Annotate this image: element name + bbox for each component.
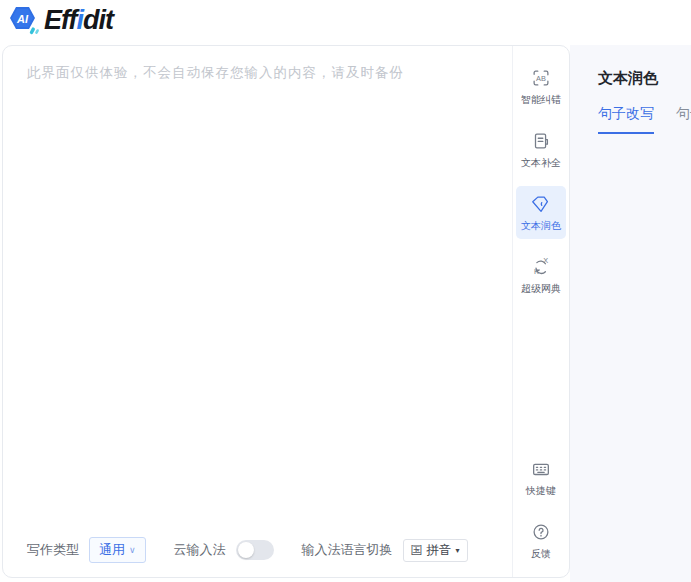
rail-item-label: 快捷键 bbox=[526, 484, 556, 498]
rail-item-shortcuts[interactable]: 快捷键 bbox=[516, 451, 566, 504]
ime-lang-value: 拼音 bbox=[427, 542, 452, 559]
logo-wordmark: Effidit bbox=[44, 5, 113, 35]
rail-item-text-completion[interactable]: 文本补全 bbox=[516, 123, 566, 176]
writing-type-label: 写作类型 bbox=[27, 541, 79, 559]
logo-part1: Eff bbox=[44, 5, 77, 35]
document-icon bbox=[530, 130, 552, 152]
rail-item-label: 文本补全 bbox=[521, 156, 561, 170]
polish-panel: 文本润色 句子改写 句子 bbox=[570, 45, 691, 582]
tab-sentence-second[interactable]: 句子 bbox=[676, 105, 691, 134]
rail-item-super-dictionary[interactable]: X K 超级网典 bbox=[516, 249, 566, 302]
keyboard-icon bbox=[530, 458, 552, 480]
app-header: AI Effidit bbox=[0, 0, 691, 45]
diamond-icon bbox=[530, 193, 552, 215]
ai-hexagon-icon: AI bbox=[8, 5, 38, 33]
svg-text:K: K bbox=[534, 267, 539, 276]
toggle-knob bbox=[238, 542, 254, 558]
panel-tabs: 句子改写 句子 bbox=[598, 105, 691, 134]
rail-item-text-polish[interactable]: 文本润色 bbox=[516, 186, 566, 239]
writing-type-dropdown[interactable]: 通用 ∨ bbox=[89, 537, 146, 563]
caret-down-icon: ▾ bbox=[456, 546, 460, 555]
ime-switch-label: 输入法语言切换 bbox=[302, 541, 393, 559]
editor-toolbar: 写作类型 通用 ∨ 云输入法 输入法语言切换 国 拼音 ▾ bbox=[27, 537, 468, 563]
rail-item-label: 超级网典 bbox=[521, 282, 561, 296]
question-icon bbox=[530, 521, 552, 543]
writing-type-value: 通用 bbox=[99, 541, 125, 559]
svg-text:X: X bbox=[543, 256, 548, 265]
tool-rail: AB 智能纠错 文本补全 文本润色 bbox=[512, 46, 569, 577]
tab-sentence-rewrite[interactable]: 句子改写 bbox=[598, 105, 654, 134]
svg-text:AB: AB bbox=[536, 74, 546, 83]
cloud-ime-label: 云输入法 bbox=[174, 541, 226, 559]
rail-item-label: 反馈 bbox=[531, 547, 551, 561]
ime-language-button[interactable]: 国 拼音 ▾ bbox=[403, 539, 468, 562]
rail-item-feedback[interactable]: 反馈 bbox=[516, 514, 566, 567]
effidit-logo: AI Effidit bbox=[8, 5, 113, 35]
chinese-lang-icon: 国 bbox=[411, 542, 423, 559]
editor-area: 写作类型 通用 ∨ 云输入法 输入法语言切换 国 拼音 ▾ bbox=[3, 46, 512, 577]
logo-part3: dit bbox=[83, 5, 113, 35]
rail-item-label: 文本润色 bbox=[521, 219, 561, 233]
panel-title: 文本润色 bbox=[598, 69, 691, 88]
translate-refresh-icon: X K bbox=[530, 256, 552, 278]
svg-text:AI: AI bbox=[16, 13, 29, 25]
editor-card: 写作类型 通用 ∨ 云输入法 输入法语言切换 国 拼音 ▾ bbox=[2, 45, 570, 578]
cloud-ime-toggle[interactable] bbox=[236, 540, 274, 560]
rail-item-smart-correction[interactable]: AB 智能纠错 bbox=[516, 60, 566, 113]
rail-item-label: 智能纠错 bbox=[521, 93, 561, 107]
chevron-down-icon: ∨ bbox=[129, 545, 136, 555]
text-editor-input[interactable] bbox=[3, 46, 512, 506]
scan-ab-icon: AB bbox=[530, 67, 552, 89]
